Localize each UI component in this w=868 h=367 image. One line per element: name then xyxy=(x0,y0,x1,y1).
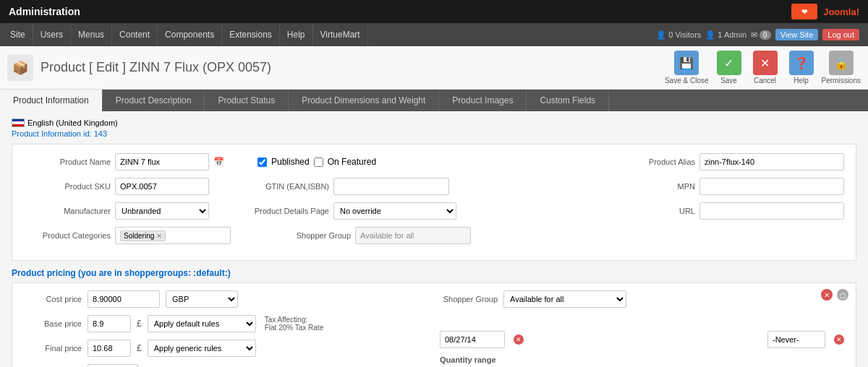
shopper-group-pricing-select[interactable]: Available for all xyxy=(503,290,626,308)
toolbar-left: 📦 Product [ Edit ] ZINN 7 Flux (OPX 0057… xyxy=(7,55,271,81)
cost-price-input[interactable] xyxy=(88,290,160,308)
gtin-input[interactable] xyxy=(333,178,449,195)
visitors-count: 0 Visitors xyxy=(668,30,701,39)
pricing-expand-icon[interactable]: ◻ xyxy=(837,289,848,301)
save-label: Save xyxy=(720,77,737,85)
product-alias-label: Product Alias xyxy=(608,157,695,166)
product-icon: 📦 xyxy=(7,55,33,81)
product-name-label: Product Name xyxy=(24,157,111,166)
form-row-2: Product SKU GTIN (EAN,ISBN) MPN xyxy=(24,178,844,195)
on-featured-label: On Featured xyxy=(328,157,376,167)
mpn-input[interactable] xyxy=(699,178,844,195)
message-icon: ✉ xyxy=(751,30,757,40)
permissions-icon: 🔒 xyxy=(829,51,854,75)
product-alias-input[interactable] xyxy=(699,153,844,170)
nav-extensions[interactable]: Extensions xyxy=(222,23,280,46)
pricing-left: Cost price GBP Base price £ Apply defaul… xyxy=(24,290,428,367)
permissions-label: Permissions xyxy=(822,77,861,85)
category-tag-soldering: Soldering ✕ xyxy=(120,230,166,241)
tax-affecting-label: Tax Affecting: xyxy=(265,316,324,324)
language-label: English (United Kingdom) xyxy=(27,118,118,127)
view-site-button[interactable]: View Site xyxy=(775,29,819,40)
nav-components[interactable]: Components xyxy=(158,23,222,46)
nav-menus[interactable]: Menus xyxy=(71,23,112,46)
help-label: Help xyxy=(793,77,809,85)
category-tag-remove[interactable]: ✕ xyxy=(156,232,162,240)
shopper-group-pricing-label: Shopper Group xyxy=(440,295,498,303)
permissions-button[interactable]: 🔒 Permissions xyxy=(822,51,861,85)
date-end-remove[interactable]: ✕ xyxy=(834,334,844,345)
base-price-rule-select[interactable]: Apply default rules xyxy=(148,315,256,332)
admin-title: Administration xyxy=(9,6,80,17)
save-close-button[interactable]: 💾 Save & Close xyxy=(665,51,709,85)
joomla-text: Joomla! xyxy=(823,7,859,17)
tab-product-description[interactable]: Product Description xyxy=(103,90,205,111)
final-price-input[interactable] xyxy=(88,340,131,357)
date-start-remove[interactable]: ✕ xyxy=(514,334,524,345)
pricing-remove-icon[interactable]: ✕ xyxy=(821,289,833,301)
admin-bar-right: ❤ Joomla! xyxy=(791,4,859,20)
shopper-group-input xyxy=(355,227,471,244)
published-checkbox[interactable] xyxy=(258,157,267,167)
pricing-top-icons: ✕ ◻ xyxy=(821,289,848,301)
cost-price-row: Cost price GBP xyxy=(24,290,428,308)
help-icon: ❓ xyxy=(789,51,814,75)
on-featured-checkbox[interactable] xyxy=(314,157,323,167)
base-price-input[interactable] xyxy=(88,315,131,332)
logout-button[interactable]: Log out xyxy=(822,29,859,40)
nav-content[interactable]: Content xyxy=(112,23,158,46)
manufacturer-select[interactable]: Unbranded xyxy=(115,202,209,220)
help-button[interactable]: ❓ Help xyxy=(786,51,817,85)
final-price-rule-select[interactable]: Apply generic rules xyxy=(148,340,256,357)
product-name-input[interactable] xyxy=(115,153,209,170)
cancel-button[interactable]: ✕ Cancel xyxy=(749,51,781,85)
manufacturer-group: Manufacturer Unbranded xyxy=(24,202,209,220)
shopper-group-group: Shopper Group xyxy=(264,227,471,244)
gtin-group: GTIN (EAN,ISBN) xyxy=(242,178,449,195)
override-top: Override £ Calculate the Cost price xyxy=(24,364,262,367)
calendar-icon[interactable]: 📅 xyxy=(213,157,224,167)
admin-bar: Administration ❤ Joomla! xyxy=(0,0,868,23)
tab-product-dimensions[interactable]: Product Dimensions and Weight xyxy=(289,90,439,111)
date-start-input[interactable] xyxy=(440,331,505,348)
tab-product-information[interactable]: Product Information xyxy=(0,90,103,111)
currency-select[interactable]: GBP xyxy=(166,290,238,308)
visitor-icon: 👤 xyxy=(656,30,666,40)
product-sku-group: Product SKU xyxy=(24,178,209,195)
url-input[interactable] xyxy=(699,202,844,220)
nav-help[interactable]: Help xyxy=(280,23,313,46)
locale-flag: English (United Kingdom) xyxy=(12,118,118,127)
tab-product-images[interactable]: Product Images xyxy=(439,90,527,111)
visitors-info: 👤 0 Visitors xyxy=(656,30,701,40)
save-icon: ✓ xyxy=(717,51,741,75)
message-badge: 0 xyxy=(760,30,771,40)
content-area: English (United Kingdom) Product Informa… xyxy=(0,111,868,367)
joomla-label: ❤ xyxy=(801,8,807,16)
nav-users[interactable]: Users xyxy=(33,23,71,46)
admins-count: 1 Admin xyxy=(718,30,746,39)
nav-virtuemart[interactable]: VirtueMart xyxy=(313,23,368,46)
product-categories-input[interactable]: Soldering ✕ xyxy=(115,227,231,244)
admin-icon: 👤 xyxy=(705,30,715,40)
pricing-right: Shopper Group Available for all ✕ ✕ Quan… xyxy=(440,290,844,367)
message-info: ✉ 0 xyxy=(751,30,771,40)
nav-site[interactable]: Site xyxy=(3,23,33,46)
save-button[interactable]: ✓ Save xyxy=(713,51,745,85)
tax-info: Tax Affecting: Flat 20% Tax Rate xyxy=(265,316,324,332)
tab-product-status[interactable]: Product Status xyxy=(205,90,289,111)
toolbar: 📦 Product [ Edit ] ZINN 7 Flux (OPX 0057… xyxy=(0,46,868,90)
override-input[interactable] xyxy=(88,364,138,367)
cancel-label: Cancel xyxy=(754,77,776,85)
save-close-icon: 💾 xyxy=(674,51,699,75)
manufacturer-label: Manufacturer xyxy=(24,207,111,215)
product-sku-input[interactable] xyxy=(115,178,209,195)
product-details-select[interactable]: No override xyxy=(333,202,456,220)
date-end-input[interactable] xyxy=(767,331,825,348)
final-price-symbol: £ xyxy=(137,343,142,353)
override-row: Override £ Calculate the Cost price Disa… xyxy=(24,364,428,367)
mpn-group: MPN xyxy=(608,178,844,195)
url-group: URL xyxy=(608,202,844,220)
final-price-row: Final price £ Apply generic rules xyxy=(24,340,428,357)
tab-custom-fields[interactable]: Custom Fields xyxy=(527,90,609,111)
shopper-group-label: Shopper Group xyxy=(264,231,351,240)
